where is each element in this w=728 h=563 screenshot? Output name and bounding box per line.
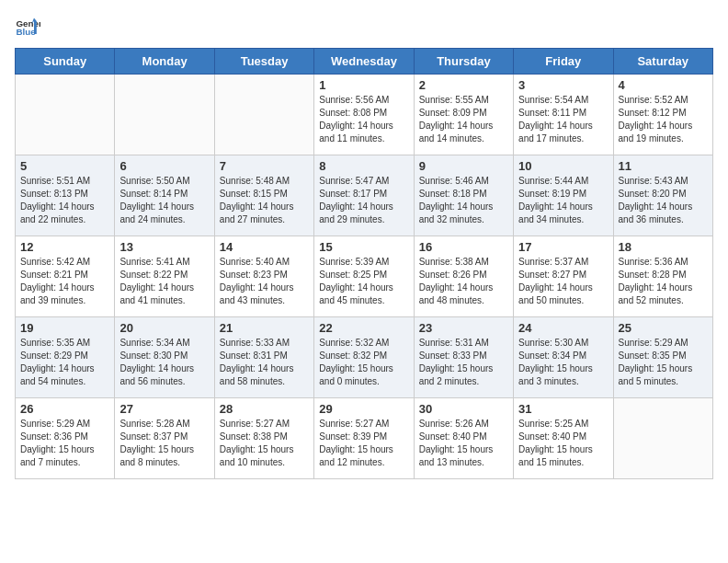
day-cell: 4Sunrise: 5:52 AM Sunset: 8:12 PM Daylig… [613, 75, 712, 155]
day-number: 14 [220, 240, 309, 254]
day-cell: 8Sunrise: 5:47 AM Sunset: 8:17 PM Daylig… [314, 155, 414, 236]
day-info: Sunrise: 5:41 AM Sunset: 8:22 PM Dayligh… [119, 256, 209, 307]
day-cell: 5Sunrise: 5:51 AM Sunset: 8:13 PM Daylig… [16, 155, 115, 236]
day-info: Sunrise: 5:27 AM Sunset: 8:38 PM Dayligh… [220, 418, 309, 469]
day-header-saturday: Saturday [613, 49, 712, 75]
day-cell: 18Sunrise: 5:36 AM Sunset: 8:28 PM Dayli… [613, 236, 712, 317]
day-cell: 30Sunrise: 5:26 AM Sunset: 8:40 PM Dayli… [414, 398, 513, 479]
day-cell: 1Sunrise: 5:56 AM Sunset: 8:08 PM Daylig… [314, 75, 414, 155]
day-info: Sunrise: 5:51 AM Sunset: 8:13 PM Dayligh… [20, 175, 109, 226]
day-number: 24 [518, 321, 608, 335]
day-info: Sunrise: 5:40 AM Sunset: 8:23 PM Dayligh… [220, 256, 309, 307]
day-cell: 6Sunrise: 5:50 AM Sunset: 8:14 PM Daylig… [115, 155, 214, 236]
day-number: 12 [20, 240, 109, 254]
day-number: 8 [319, 159, 408, 173]
day-header-thursday: Thursday [414, 49, 513, 75]
day-cell [214, 75, 313, 155]
day-info: Sunrise: 5:31 AM Sunset: 8:33 PM Dayligh… [419, 337, 508, 388]
day-header-wednesday: Wednesday [314, 49, 414, 75]
day-info: Sunrise: 5:50 AM Sunset: 8:14 PM Dayligh… [119, 175, 209, 226]
day-number: 17 [518, 240, 608, 254]
day-cell: 10Sunrise: 5:44 AM Sunset: 8:19 PM Dayli… [514, 155, 613, 236]
day-cell: 13Sunrise: 5:41 AM Sunset: 8:22 PM Dayli… [115, 236, 214, 317]
day-cell: 20Sunrise: 5:34 AM Sunset: 8:30 PM Dayli… [115, 317, 214, 398]
day-cell: 11Sunrise: 5:43 AM Sunset: 8:20 PM Dayli… [613, 155, 712, 236]
day-number: 11 [619, 159, 708, 173]
day-info: Sunrise: 5:34 AM Sunset: 8:30 PM Dayligh… [119, 337, 209, 388]
day-number: 30 [419, 402, 508, 416]
day-number: 29 [319, 402, 408, 416]
day-number: 2 [419, 78, 508, 92]
week-row-4: 19Sunrise: 5:35 AM Sunset: 8:29 PM Dayli… [16, 317, 713, 398]
day-info: Sunrise: 5:32 AM Sunset: 8:32 PM Dayligh… [319, 337, 408, 388]
day-number: 23 [419, 321, 508, 335]
day-info: Sunrise: 5:39 AM Sunset: 8:25 PM Dayligh… [319, 256, 408, 307]
day-info: Sunrise: 5:27 AM Sunset: 8:39 PM Dayligh… [319, 418, 408, 469]
day-cell: 16Sunrise: 5:38 AM Sunset: 8:26 PM Dayli… [414, 236, 513, 317]
day-info: Sunrise: 5:54 AM Sunset: 8:11 PM Dayligh… [518, 94, 608, 145]
week-row-2: 5Sunrise: 5:51 AM Sunset: 8:13 PM Daylig… [16, 155, 713, 236]
day-cell: 31Sunrise: 5:25 AM Sunset: 8:40 PM Dayli… [514, 398, 613, 479]
day-info: Sunrise: 5:38 AM Sunset: 8:26 PM Dayligh… [419, 256, 508, 307]
logo-icon: General Blue [15, 15, 40, 40]
day-info: Sunrise: 5:52 AM Sunset: 8:12 PM Dayligh… [619, 94, 708, 145]
day-cell: 15Sunrise: 5:39 AM Sunset: 8:25 PM Dayli… [314, 236, 414, 317]
day-cell: 28Sunrise: 5:27 AM Sunset: 8:38 PM Dayli… [214, 398, 313, 479]
day-number: 22 [319, 321, 408, 335]
day-info: Sunrise: 5:26 AM Sunset: 8:40 PM Dayligh… [419, 418, 508, 469]
day-header-friday: Friday [514, 49, 613, 75]
day-number: 7 [220, 159, 309, 173]
day-cell: 19Sunrise: 5:35 AM Sunset: 8:29 PM Dayli… [16, 317, 115, 398]
day-info: Sunrise: 5:56 AM Sunset: 8:08 PM Dayligh… [319, 94, 408, 145]
week-row-3: 12Sunrise: 5:42 AM Sunset: 8:21 PM Dayli… [16, 236, 713, 317]
day-cell: 14Sunrise: 5:40 AM Sunset: 8:23 PM Dayli… [214, 236, 313, 317]
day-info: Sunrise: 5:46 AM Sunset: 8:18 PM Dayligh… [419, 175, 508, 226]
day-cell: 29Sunrise: 5:27 AM Sunset: 8:39 PM Dayli… [314, 398, 414, 479]
day-cell: 23Sunrise: 5:31 AM Sunset: 8:33 PM Dayli… [414, 317, 513, 398]
day-cell: 2Sunrise: 5:55 AM Sunset: 8:09 PM Daylig… [414, 75, 513, 155]
day-number: 16 [419, 240, 508, 254]
day-info: Sunrise: 5:28 AM Sunset: 8:37 PM Dayligh… [119, 418, 209, 469]
day-number: 26 [20, 402, 109, 416]
day-number: 19 [20, 321, 109, 335]
day-info: Sunrise: 5:35 AM Sunset: 8:29 PM Dayligh… [20, 337, 109, 388]
day-number: 27 [119, 402, 209, 416]
day-info: Sunrise: 5:25 AM Sunset: 8:40 PM Dayligh… [518, 418, 608, 469]
day-header-sunday: Sunday [16, 49, 115, 75]
week-row-1: 1Sunrise: 5:56 AM Sunset: 8:08 PM Daylig… [16, 75, 713, 155]
day-number: 9 [419, 159, 508, 173]
day-number: 3 [518, 78, 608, 92]
day-cell [16, 75, 115, 155]
day-cell [613, 398, 712, 479]
day-number: 28 [220, 402, 309, 416]
week-row-5: 26Sunrise: 5:29 AM Sunset: 8:36 PM Dayli… [16, 398, 713, 479]
day-number: 31 [518, 402, 608, 416]
day-info: Sunrise: 5:42 AM Sunset: 8:21 PM Dayligh… [20, 256, 109, 307]
day-cell: 7Sunrise: 5:48 AM Sunset: 8:15 PM Daylig… [214, 155, 313, 236]
page-header: General Blue [15, 15, 713, 40]
day-info: Sunrise: 5:37 AM Sunset: 8:27 PM Dayligh… [518, 256, 608, 307]
day-cell: 17Sunrise: 5:37 AM Sunset: 8:27 PM Dayli… [514, 236, 613, 317]
day-info: Sunrise: 5:29 AM Sunset: 8:35 PM Dayligh… [619, 337, 708, 388]
day-info: Sunrise: 5:36 AM Sunset: 8:28 PM Dayligh… [619, 256, 708, 307]
day-cell: 12Sunrise: 5:42 AM Sunset: 8:21 PM Dayli… [16, 236, 115, 317]
day-cell: 26Sunrise: 5:29 AM Sunset: 8:36 PM Dayli… [16, 398, 115, 479]
day-info: Sunrise: 5:47 AM Sunset: 8:17 PM Dayligh… [319, 175, 408, 226]
day-info: Sunrise: 5:33 AM Sunset: 8:31 PM Dayligh… [220, 337, 309, 388]
day-cell [115, 75, 214, 155]
svg-text:Blue: Blue [16, 27, 36, 37]
day-cell: 27Sunrise: 5:28 AM Sunset: 8:37 PM Dayli… [115, 398, 214, 479]
day-info: Sunrise: 5:55 AM Sunset: 8:09 PM Dayligh… [419, 94, 508, 145]
day-info: Sunrise: 5:43 AM Sunset: 8:20 PM Dayligh… [619, 175, 708, 226]
calendar-table: SundayMondayTuesdayWednesdayThursdayFrid… [15, 48, 713, 479]
day-number: 25 [619, 321, 708, 335]
day-cell: 9Sunrise: 5:46 AM Sunset: 8:18 PM Daylig… [414, 155, 513, 236]
day-info: Sunrise: 5:44 AM Sunset: 8:19 PM Dayligh… [518, 175, 608, 226]
day-number: 21 [220, 321, 309, 335]
logo: General Blue [15, 15, 40, 40]
day-info: Sunrise: 5:29 AM Sunset: 8:36 PM Dayligh… [20, 418, 109, 469]
day-cell: 25Sunrise: 5:29 AM Sunset: 8:35 PM Dayli… [613, 317, 712, 398]
day-header-tuesday: Tuesday [214, 49, 313, 75]
day-number: 1 [319, 78, 408, 92]
days-header-row: SundayMondayTuesdayWednesdayThursdayFrid… [16, 49, 713, 75]
